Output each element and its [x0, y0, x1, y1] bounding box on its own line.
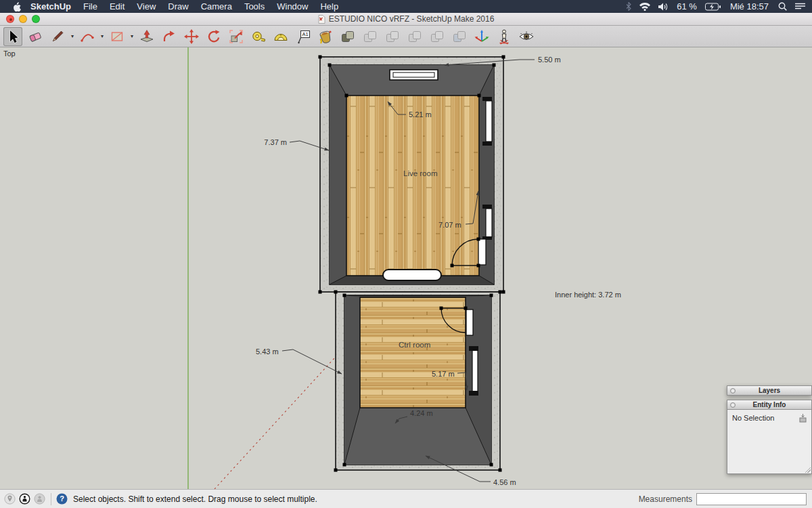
dim-ctrl-right: 5.17 m	[432, 370, 455, 378]
ctrl-room-label: Ctrl room	[399, 341, 430, 349]
solid-split-tool[interactable]	[450, 27, 469, 46]
bluetooth-icon[interactable]	[626, 2, 631, 11]
push-pull-tool[interactable]	[137, 27, 156, 46]
layers-panel-titlebar[interactable]: Layers	[727, 385, 812, 396]
wifi-icon[interactable]	[639, 3, 650, 11]
arc-dropdown-caret-icon[interactable]: ▾	[101, 33, 104, 39]
menu-bar: SketchUp File Edit View Draw Camera Tool…	[0, 0, 812, 13]
rectangle-tool[interactable]	[108, 27, 127, 46]
document-icon	[318, 15, 325, 24]
line-dropdown-caret-icon[interactable]: ▾	[71, 33, 74, 39]
solid-intersect-tool[interactable]	[428, 27, 447, 46]
sign-in-button[interactable]	[34, 493, 45, 505]
dim-ctrl-bottom-inner: 4.24 m	[410, 409, 433, 417]
scene-view-label: Top	[3, 49, 16, 58]
layers-panel-collapse-button[interactable]	[730, 388, 736, 394]
minimize-button[interactable]	[19, 15, 27, 23]
control-window-slot	[383, 270, 441, 280]
eraser-tool[interactable]	[26, 27, 45, 46]
menu-camera[interactable]: Camera	[201, 1, 232, 12]
geolocation-button[interactable]	[4, 493, 16, 505]
inner-height-note: Inner height: 3.72 m	[555, 291, 621, 299]
resize-grip[interactable]	[805, 467, 811, 473]
battery-charging-icon	[705, 3, 721, 11]
help-button[interactable]: ?	[56, 493, 68, 505]
ctrl-room-block	[336, 292, 500, 470]
layers-panel-title: Layers	[727, 387, 811, 394]
status-bar: ? Select objects. Shift to extend select…	[0, 489, 812, 508]
zoom-button[interactable]	[32, 15, 40, 23]
measurements-input[interactable]	[696, 493, 807, 505]
paint-bucket-tool[interactable]	[316, 27, 335, 46]
dim-ctrl-bottom-outer: 4.56 m	[493, 478, 516, 486]
protractor-tool[interactable]	[271, 27, 290, 46]
rotate-tool[interactable]	[204, 27, 223, 46]
svg-text:A1: A1	[302, 31, 308, 37]
status-hint: Select objects. Shift to extend select. …	[73, 494, 317, 504]
live-room-floor	[346, 96, 479, 276]
move-tool[interactable]	[182, 27, 201, 46]
position-camera-tool[interactable]	[495, 27, 514, 46]
floor-plan-drawing: 5.50 m 5.21 m 7.37 m 7.07 m 5.43 m 5.17 …	[0, 47, 812, 489]
svg-text:?: ?	[60, 494, 64, 503]
select-tool[interactable]	[3, 27, 22, 46]
top-window	[390, 70, 438, 80]
outer-shell-tool[interactable]	[338, 27, 357, 46]
solid-subtract-tool[interactable]	[383, 27, 402, 46]
ctrl-room-floor	[360, 297, 466, 408]
live-room-label: Live room	[403, 169, 438, 177]
layers-panel[interactable]: Layers	[727, 385, 812, 396]
menu-edit[interactable]: Edit	[110, 1, 125, 12]
menu-draw[interactable]: Draw	[168, 1, 188, 12]
red-axis-dashed-line	[215, 351, 341, 489]
entity-info-title: Entity Info	[727, 401, 811, 408]
follow-me-tool[interactable]	[160, 27, 179, 46]
solid-union-tool[interactable]	[361, 27, 380, 46]
text-tool[interactable]: A1	[294, 27, 313, 46]
axes-tool[interactable]	[472, 27, 491, 46]
entity-info-panel[interactable]: Entity Info No Selection	[727, 400, 812, 474]
entity-info-titlebar[interactable]: Entity Info	[727, 400, 812, 410]
entity-info-collapse-button[interactable]	[730, 402, 736, 408]
entity-info-selection-status: No Selection	[732, 414, 774, 422]
menu-clock[interactable]: Mié 18:57	[730, 1, 769, 12]
details-toggle-icon[interactable]	[798, 414, 807, 423]
dim-inner-width: 5.21 m	[409, 110, 432, 119]
menu-view[interactable]: View	[137, 1, 156, 12]
scale-tool[interactable]	[227, 27, 246, 46]
menu-file[interactable]: File	[83, 1, 97, 12]
dim-outer-width: 5.50 m	[538, 56, 561, 64]
menu-app-name[interactable]: SketchUp	[30, 1, 71, 12]
line-tool[interactable]	[48, 27, 67, 46]
window-title: ESTUDIO NICO vRFZ - SketchUp Make 2016	[329, 14, 495, 24]
rectangle-dropdown-caret-icon[interactable]: ▾	[131, 33, 133, 39]
battery-percent: 61 %	[677, 1, 697, 12]
spotlight-search-icon[interactable]	[778, 2, 787, 11]
menu-window[interactable]: Window	[277, 1, 308, 12]
menu-help[interactable]: Help	[320, 1, 338, 12]
volume-icon[interactable]	[658, 3, 669, 11]
menu-tools[interactable]: Tools	[244, 1, 265, 12]
solid-trim-tool[interactable]	[405, 27, 424, 46]
close-button[interactable]	[6, 15, 14, 23]
dim-live-depth: 7.07 m	[438, 221, 461, 229]
credits-button[interactable]	[19, 493, 30, 505]
viewport-canvas[interactable]: Top	[0, 47, 812, 489]
tape-measure-tool[interactable]	[249, 27, 268, 46]
look-around-tool[interactable]	[517, 27, 536, 46]
dim-outer-depth: 7.37 m	[264, 138, 287, 146]
measurements-label: Measurements	[639, 494, 692, 504]
apple-icon	[12, 1, 21, 12]
window-title-bar: ESTUDIO NICO vRFZ - SketchUp Make 2016	[0, 13, 812, 26]
dim-ctrl-outer: 5.43 m	[256, 347, 279, 356]
apple-menu[interactable]	[12, 1, 21, 12]
tool-palette: ▾▾▾A1	[0, 26, 812, 47]
notification-center-icon[interactable]	[795, 3, 805, 11]
arc-tool[interactable]	[78, 27, 97, 46]
